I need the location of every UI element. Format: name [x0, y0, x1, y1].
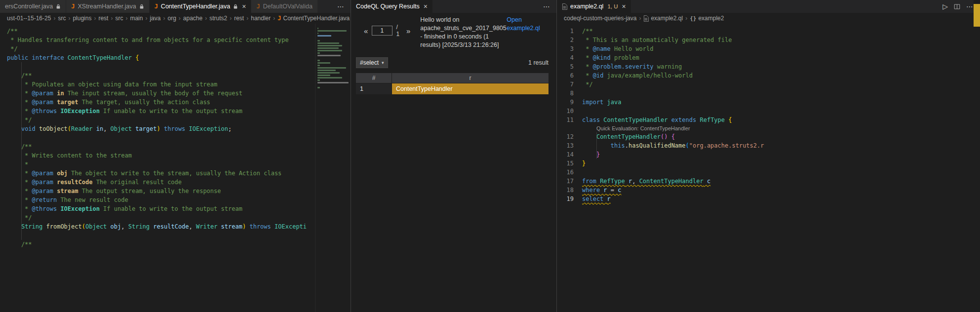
open-query-link[interactable]: Open example2.ql: [507, 16, 549, 33]
prev-page-button[interactable]: «: [364, 27, 368, 35]
tab-ContentTypeHandler.java[interactable]: JContentTypeHandler.java×: [150, 0, 252, 13]
code-line[interactable]: * @param target The target, usually the …: [7, 98, 315, 107]
breadcrumb-item-main[interactable]: main: [130, 15, 143, 22]
code-line[interactable]: String fromObject(Object obj, String res…: [7, 222, 315, 231]
result-index-cell[interactable]: 1: [356, 83, 392, 94]
code-line[interactable]: * @param obj The object to write to the …: [7, 169, 315, 178]
code-line[interactable]: 14 }: [557, 150, 980, 159]
code-line[interactable]: * @return The new result code: [7, 195, 315, 204]
column-header-r[interactable]: r: [392, 73, 549, 83]
code-line[interactable]: /**: [7, 240, 315, 249]
breadcrumb-item-java[interactable]: java: [150, 15, 160, 22]
tab-example2-ql[interactable]: example2.ql 1, U ×: [557, 0, 631, 13]
tab-ersController.java[interactable]: ersController.java: [0, 0, 66, 13]
code-line[interactable]: */: [7, 213, 315, 222]
breadcrumb-item-struts2[interactable]: struts2: [209, 15, 227, 22]
code-line[interactable]: 9import java: [557, 98, 980, 107]
left-editor-more-actions-icon[interactable]: ⋯: [331, 2, 351, 10]
code-line[interactable]: *: [7, 160, 315, 169]
code-line[interactable]: * Populates an object using data from th…: [7, 80, 315, 89]
results-more-actions-icon[interactable]: ⋯: [537, 2, 556, 10]
close-icon[interactable]: ×: [242, 3, 246, 10]
breadcrumb-item-apache[interactable]: apache: [183, 15, 202, 22]
code-lens-quick-evaluation[interactable]: Quick Evaluation: ContentTypeHandler: [557, 124, 980, 132]
code-line[interactable]: * Writes content to the stream: [7, 151, 315, 160]
close-icon[interactable]: ×: [622, 3, 626, 10]
breadcrumb-label: ust-01--15-16-25: [7, 15, 51, 22]
breadcrumb-item-src[interactable]: src: [115, 15, 123, 22]
split-editor-icon[interactable]: [954, 3, 960, 10]
minimap[interactable]: [315, 24, 351, 312]
select-column-dropdown[interactable]: #select ▾: [356, 57, 388, 68]
breadcrumb-item-ContentTypeHandler.java[interactable]: JContentTypeHandler.java: [277, 15, 350, 22]
minimap-line: [317, 28, 318, 29]
code-line[interactable]: /**: [7, 71, 315, 80]
code-line[interactable]: * Handles transferring content to and fr…: [7, 36, 315, 44]
warning-squiggle: where r = c: [582, 187, 622, 194]
code-line[interactable]: 15}: [557, 159, 980, 168]
breadcrumb-item-example2[interactable]: {}example2: [690, 15, 724, 22]
code-line[interactable]: 5 * @problem.severity warning: [557, 62, 980, 71]
code-line[interactable]: 3 * @name Hello world: [557, 44, 980, 53]
code-line[interactable]: /**: [7, 27, 315, 36]
tab-DefaultOValValida[interactable]: JDefaultOValValida: [251, 0, 318, 13]
code-line[interactable]: 2 * This is an automatically generated f…: [557, 36, 980, 44]
breadcrumb-item-rest[interactable]: rest: [98, 15, 108, 22]
breadcrumb-item-plugins[interactable]: plugins: [73, 15, 91, 22]
code-line[interactable]: 11class ContentTypeHandler extends RefTy…: [557, 116, 980, 124]
tab-codeql-query-results[interactable]: CodeQL Query Results ×: [351, 0, 433, 13]
close-icon[interactable]: ×: [424, 3, 428, 10]
run-query-icon[interactable]: ▷: [942, 2, 948, 10]
minimap-line: [317, 65, 320, 66]
code-line[interactable]: 4 * @kind problem: [557, 53, 980, 62]
code-line[interactable]: 17from RefType r, ContentTypeHandler c: [557, 177, 980, 186]
line-number: 16: [557, 168, 582, 177]
code-line[interactable]: 1/**: [557, 27, 980, 36]
code-line[interactable]: * @throws IOException If unable to write…: [7, 107, 315, 116]
breadcrumb-item-org[interactable]: org: [167, 15, 176, 22]
tab-label: DefaultOValValida: [263, 3, 313, 10]
breadcrumb-item-ust-01--15-16-25[interactable]: ust-01--15-16-25: [7, 15, 51, 22]
code-line[interactable]: 12 ContentTypeHandler() {: [557, 132, 980, 141]
code-line[interactable]: * @throws IOException If unable to write…: [7, 204, 315, 213]
code-line[interactable]: [7, 62, 315, 71]
minimap-line: [317, 57, 350, 59]
code-line[interactable]: 8: [557, 89, 980, 98]
java-file-icon: J: [155, 3, 158, 10]
line-number: 2: [557, 36, 582, 44]
code-line[interactable]: */: [7, 44, 315, 53]
code-line[interactable]: * @param stream The output stream, usual…: [7, 187, 315, 195]
breadcrumb-item-codeql-custom-queries-java[interactable]: codeql-custom-queries-java: [564, 15, 636, 22]
code-line[interactable]: /**: [7, 142, 315, 151]
overview-ruler-scrollbar[interactable]: [974, 0, 980, 288]
code-line[interactable]: [7, 231, 315, 240]
next-page-button[interactable]: »: [406, 27, 410, 35]
more-actions-icon[interactable]: ⋯: [966, 2, 973, 10]
breadcrumb-item-example2.ql[interactable]: example2.ql: [643, 15, 683, 22]
ql-file-icon: [562, 3, 567, 10]
code-line[interactable]: * @param resultCode The original result …: [7, 178, 315, 187]
java-code-editor[interactable]: /** * Handles transferring content to an…: [0, 24, 351, 312]
result-cell[interactable]: ContentTypeHandler: [392, 83, 549, 94]
column-header-#[interactable]: #: [356, 73, 392, 83]
breadcrumb-item-rest[interactable]: rest: [234, 15, 244, 22]
code-line[interactable]: 19select r: [557, 195, 980, 203]
code-line[interactable]: 10: [557, 107, 980, 116]
code-line[interactable]: 6 * @id java/example/hello-world: [557, 71, 980, 80]
page-input[interactable]: 1: [372, 26, 392, 36]
code-line[interactable]: 7 */: [557, 80, 980, 89]
tab-XStreamHandler.java[interactable]: JXStreamHandler.java: [66, 0, 149, 13]
code-line[interactable]: * @param in The input stream, usually th…: [7, 89, 315, 98]
code-line[interactable]: void toObject(Reader in, Object target) …: [7, 124, 315, 133]
code-line[interactable]: [7, 133, 315, 142]
code-line[interactable]: 13 this.hasQualifiedName("org.apache.str…: [557, 141, 980, 150]
code-line[interactable]: 18where r = c: [557, 186, 980, 195]
results-content: « 1 / 1 » Hello world on apache_struts_c…: [351, 13, 556, 94]
code-line[interactable]: public interface ContentTypeHandler {: [7, 53, 315, 62]
breadcrumb-item-handler[interactable]: handler: [251, 15, 271, 22]
breadcrumb-label: example2.ql: [651, 15, 683, 22]
breadcrumb-item-src[interactable]: src: [58, 15, 66, 22]
code-line[interactable]: */: [7, 116, 315, 124]
ql-code-editor[interactable]: 1/**2 * This is an automatically generat…: [557, 24, 980, 312]
code-line[interactable]: 16: [557, 168, 980, 177]
